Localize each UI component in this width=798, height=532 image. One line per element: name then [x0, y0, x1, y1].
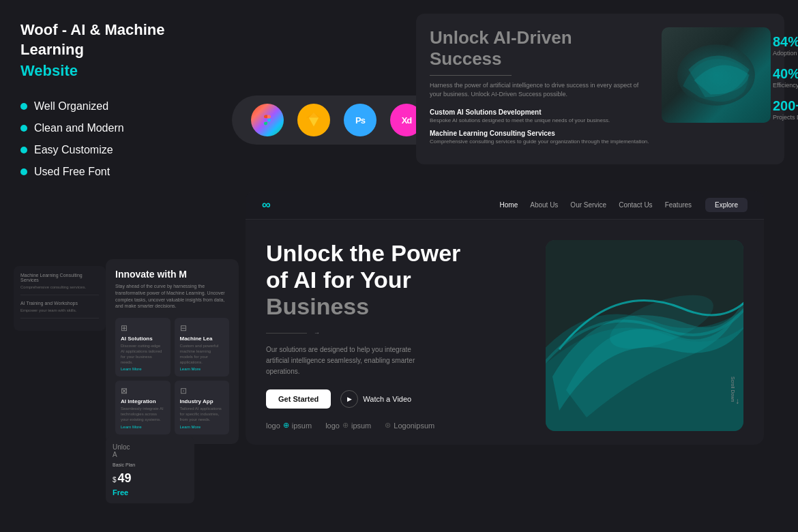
hero-3d-image: Scroll Down ↓	[546, 240, 743, 431]
innovate-description: Stay ahead of the curve by harnessing th…	[115, 283, 229, 310]
tools-pill: Ps Xd	[232, 95, 442, 145]
bullet-dot	[20, 147, 27, 153]
left-info-panel: Woof - AI & Machine Learning Website Wel…	[20, 20, 225, 188]
logo-2: logo ⊕ ipsum	[325, 421, 371, 430]
ai-icon: ⊞	[121, 323, 165, 333]
svg-marker-2	[306, 113, 321, 117]
pricing-row: $ 49	[113, 471, 188, 486]
service-card-ml: ⊟ Machine Lea Custom and powerful machin…	[175, 318, 230, 376]
innovate-card: Innovate with M Stay ahead of the curve …	[106, 259, 239, 444]
hero-title: Unlock the Power of AI for Your Business	[266, 240, 532, 320]
hero-text: Unlock the Power of AI for Your Business…	[266, 240, 532, 430]
side-mini-panel: Machine Learning Consulting Services Com…	[14, 266, 106, 331]
bullet-dot	[20, 125, 27, 132]
preview-3d-image	[662, 27, 771, 123]
stat-efficiency: 40% Efficiency Gains	[773, 66, 798, 89]
free-tag: Free	[113, 488, 188, 497]
top-right-preview: Unlock AI-Driven Success Harness the pow…	[416, 14, 784, 164]
ml-icon: ⊟	[180, 323, 224, 333]
nav-link-service[interactable]: Our Service	[570, 201, 606, 209]
bullet-dot	[20, 103, 27, 110]
nav-links: Home About Us Our Service Contact Us Fea…	[500, 201, 692, 209]
side-mini-item-1: Machine Learning Consulting Services Com…	[20, 273, 99, 295]
play-icon: ▶	[340, 390, 358, 408]
preview-text-column: Unlock AI-Driven Success Harness the pow…	[430, 27, 651, 151]
industry-icon: ⊡	[180, 386, 224, 396]
service-item-1: Custom AI Solutions Development Bespoke …	[430, 108, 651, 124]
service-item-2: Machine Learning Consulting Services Com…	[430, 130, 651, 145]
get-started-button[interactable]: Get Started	[266, 389, 331, 409]
main-preview-card: ∞ Home About Us Our Service Contact Us F…	[246, 191, 764, 445]
price-value: 49	[118, 471, 132, 486]
preview-heading: Unlock AI-Driven Success	[430, 27, 651, 70]
svg-text:↓: ↓	[735, 396, 739, 406]
navbar: ∞ Home About Us Our Service Contact Us F…	[246, 191, 764, 220]
preview-image-column: 84% Adoption Rate 40% Efficiency Gains 2…	[662, 27, 771, 151]
hero-buttons: Get Started ▶ Watch a Video	[266, 389, 532, 409]
hero-section: Unlock the Power of AI for Your Business…	[246, 220, 764, 445]
nav-link-contact[interactable]: Contact Us	[619, 201, 652, 209]
side-mini-desc-2: Empower your team with skills.	[20, 308, 99, 312]
sketch-icon	[297, 104, 330, 136]
photoshop-icon: Ps	[344, 104, 376, 136]
list-item: Well Organized	[20, 100, 225, 113]
price-prefix: $	[113, 476, 117, 484]
side-mini-desc-1: Comprehensive consulting services.	[20, 285, 99, 289]
service-card-industry: ⊡ Industry App Tailored AI applications …	[175, 381, 230, 434]
unlock-pricing-card: Unloc A Basic Plan $ 49 Free	[106, 437, 194, 503]
list-item: Clean and Modern	[20, 122, 225, 134]
service-card-integration: ⊠ AI Integration Seamlessly integrate AI…	[115, 381, 171, 434]
hero-divider: →	[266, 329, 532, 336]
preview-description: Harness the power of artificial intellig…	[430, 81, 651, 98]
innovate-title: Innovate with M	[115, 269, 229, 280]
nav-link-home[interactable]: Home	[500, 201, 518, 209]
product-title-line2: Website	[20, 62, 225, 80]
unlock-label-2: A	[113, 451, 188, 458]
list-item: Easy Customize	[20, 144, 225, 156]
side-mini-item-2: AI Training and Workshops Empower your t…	[20, 301, 99, 319]
service-card-ai: ⊞ AI Solutions Discover cutting-edge AI …	[115, 318, 171, 376]
logo-3: ⊛ Logonipsum	[385, 421, 434, 430]
service-grid: ⊞ AI Solutions Discover cutting-edge AI …	[115, 318, 229, 434]
stats-panel: 84% Adoption Rate 40% Efficiency Gains 2…	[773, 34, 798, 130]
unlock-label: Unloc	[113, 443, 188, 451]
logo-1: logo ⊕ ipsum	[266, 421, 312, 430]
nav-logo: ∞	[262, 198, 270, 212]
side-mini-title-2: AI Training and Workshops	[20, 301, 99, 306]
divider-line	[430, 75, 512, 76]
watch-video-button[interactable]: ▶ Watch a Video	[340, 390, 411, 408]
partner-logos: logo ⊕ ipsum logo ⊕ ipsum ⊛ Logonipsum	[266, 421, 532, 430]
bullet-dot	[20, 168, 27, 175]
stat-adoption: 84% Adoption Rate	[773, 34, 798, 57]
list-item: Used Free Font	[20, 166, 225, 178]
nav-cta-button[interactable]: Explore	[705, 198, 748, 212]
figma-icon	[251, 104, 284, 136]
product-title-line1: Woof - AI & Machine Learning	[20, 20, 225, 59]
nav-link-about[interactable]: About Us	[530, 201, 558, 209]
hero-description: Our solutions are designed to help you i…	[266, 344, 416, 377]
stat-projects: 200+ Projects Done	[773, 98, 798, 121]
svg-text:Scroll Down: Scroll Down	[730, 376, 735, 402]
divider-arrow: →	[314, 329, 320, 336]
divider-line	[266, 333, 307, 334]
integration-icon: ⊠	[121, 386, 165, 396]
side-mini-title-1: Machine Learning Consulting Services	[20, 273, 99, 282]
plan-label: Basic Plan	[113, 462, 188, 467]
nav-link-features[interactable]: Features	[665, 201, 692, 209]
feature-list: Well Organized Clean and Modern Easy Cus…	[20, 100, 225, 178]
